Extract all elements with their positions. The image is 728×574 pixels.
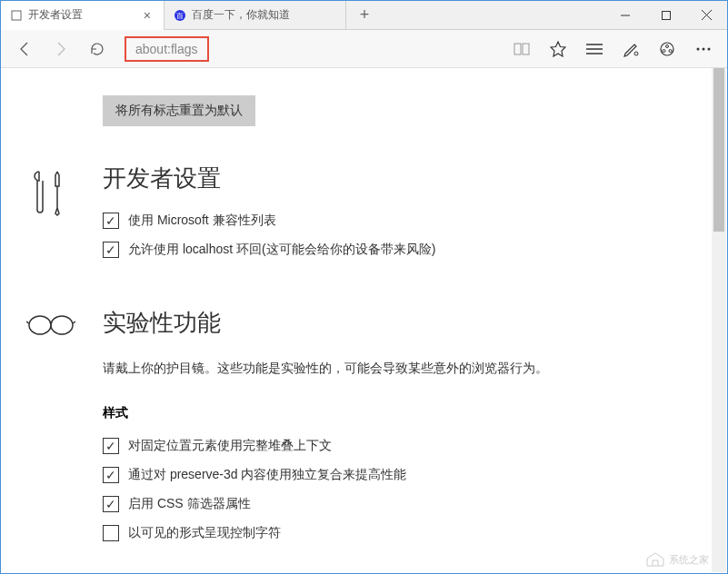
checkbox-icon[interactable]: [103, 242, 119, 258]
address-text: about:flags: [135, 42, 198, 56]
page-icon: [10, 9, 23, 22]
window-controls: [604, 1, 727, 30]
navigation-bar: about:flags: [1, 30, 727, 68]
close-window-button[interactable]: [686, 1, 727, 30]
checkbox-preserve-3d[interactable]: 通过对 preserve-3d 内容使用独立复合来提高性能: [103, 467, 691, 483]
favorites-icon[interactable]: [542, 33, 574, 65]
checkbox-label: 允许使用 localhost 环回(这可能会给你的设备带来风险): [128, 242, 435, 258]
baidu-favicon: 百: [174, 9, 186, 22]
developer-settings-section: 开发者设置 使用 Microsoft 兼容性列表 允许使用 localhost …: [1, 163, 727, 271]
svg-point-15: [663, 49, 665, 52]
checkbox-icon[interactable]: [103, 213, 119, 229]
section-title: 开发者设置: [103, 163, 691, 194]
svg-point-16: [669, 49, 672, 52]
svg-rect-7: [514, 44, 521, 54]
svg-point-21: [51, 316, 73, 334]
svg-text:百: 百: [176, 12, 184, 20]
new-tab-button[interactable]: +: [346, 5, 383, 25]
checkbox-label: 对固定位置元素使用完整堆叠上下文: [128, 438, 332, 454]
checkbox-label: 通过对 preserve-3d 内容使用独立复合来提高性能: [128, 467, 406, 483]
svg-point-18: [703, 47, 705, 50]
scrollbar-thumb[interactable]: [713, 68, 724, 232]
svg-rect-0: [12, 11, 21, 20]
svg-point-19: [708, 47, 711, 50]
checkbox-css-filter[interactable]: 启用 CSS 筛选器属性: [103, 496, 691, 512]
svg-point-20: [29, 316, 51, 334]
svg-rect-4: [662, 11, 670, 19]
svg-rect-8: [523, 44, 529, 54]
tab-bar: 开发者设置 × 百 百度一下，你就知道 +: [1, 1, 727, 30]
checkbox-control-chars[interactable]: 以可见的形式呈现控制字符: [103, 525, 691, 541]
tab-label: 百度一下，你就知道: [192, 7, 290, 23]
share-icon[interactable]: [651, 33, 683, 65]
section-title: 实验性功能: [103, 307, 691, 339]
checkbox-localhost-loopback[interactable]: 允许使用 localhost 环回(这可能会给你的设备带来风险): [103, 242, 691, 258]
section-description: 请戴上你的护目镜。这些功能是实验性的，可能会导致某些意外的浏览器行为。: [103, 357, 691, 380]
experimental-section: 实验性功能 请戴上你的护目镜。这些功能是实验性的，可能会导致某些意外的浏览器行为…: [1, 307, 727, 554]
back-button[interactable]: [8, 33, 41, 65]
tab-developer-settings[interactable]: 开发者设置 ×: [1, 1, 165, 30]
forward-button[interactable]: [45, 33, 77, 65]
maximize-button[interactable]: [645, 1, 686, 30]
svg-point-12: [634, 52, 638, 55]
address-bar[interactable]: about:flags: [125, 36, 209, 62]
svg-point-17: [697, 47, 700, 50]
minimize-button[interactable]: [604, 1, 645, 30]
svg-point-14: [666, 45, 669, 47]
checkbox-label: 启用 CSS 筛选器属性: [128, 496, 251, 512]
reset-flags-button[interactable]: 将所有标志重置为默认: [103, 95, 255, 126]
svg-line-22: [26, 322, 29, 323]
checkbox-compat-list[interactable]: 使用 Microsoft 兼容性列表: [103, 213, 691, 229]
scrollbar[interactable]: [712, 68, 726, 572]
goggles-icon: [26, 307, 81, 554]
checkbox-icon[interactable]: [103, 467, 119, 483]
checkbox-label: 使用 Microsoft 兼容性列表: [128, 213, 276, 229]
more-icon[interactable]: [687, 33, 720, 65]
tab-baidu[interactable]: 百 百度一下，你就知道: [165, 1, 346, 30]
close-tab-icon[interactable]: ×: [140, 8, 155, 23]
reading-view-icon[interactable]: [505, 33, 538, 65]
checkbox-stacking-context[interactable]: 对固定位置元素使用完整堆叠上下文: [103, 438, 691, 454]
page-content: 将所有标志重置为默认 开发者设置 使用 Microsoft 兼容性列表 允许使用…: [1, 68, 727, 573]
refresh-button[interactable]: [81, 33, 114, 65]
checkbox-icon[interactable]: [103, 496, 119, 512]
tab-label: 开发者设置: [28, 7, 83, 23]
hub-icon[interactable]: [578, 33, 611, 65]
tools-icon: [26, 163, 81, 271]
checkbox-icon[interactable]: [103, 438, 119, 454]
checkbox-icon[interactable]: [103, 525, 119, 541]
styles-heading: 样式: [103, 405, 691, 421]
checkbox-label: 以可见的形式呈现控制字符: [128, 525, 281, 541]
svg-line-23: [73, 322, 75, 323]
notes-icon[interactable]: [614, 33, 647, 65]
